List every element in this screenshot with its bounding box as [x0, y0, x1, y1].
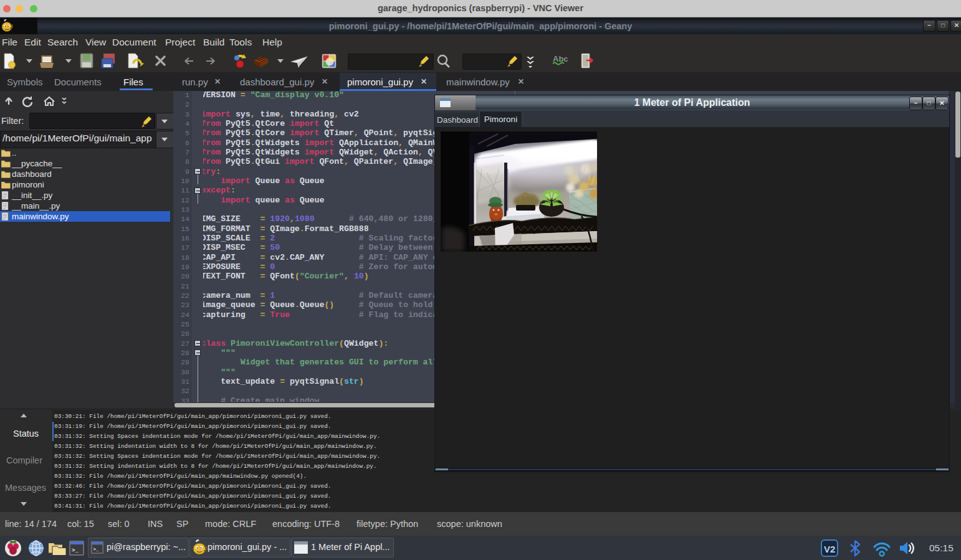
svg-text:>_: >_	[93, 547, 99, 552]
svg-text:>_: >_	[72, 548, 79, 554]
svg-text:V: V	[824, 544, 830, 554]
svg-text:2: 2	[830, 544, 835, 554]
